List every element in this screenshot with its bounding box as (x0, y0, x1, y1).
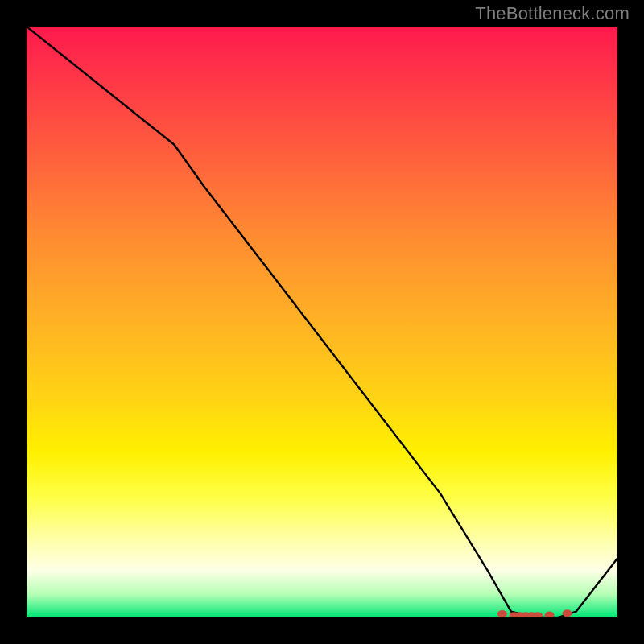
watermark-text: TheBottleneck.com (475, 3, 630, 24)
marker-dot (545, 612, 555, 617)
chart-frame: TheBottleneck.com (0, 0, 644, 644)
curve-line (27, 27, 617, 617)
marker-dot (497, 610, 507, 617)
marker-dot (563, 609, 572, 617)
chart-overlay (27, 27, 617, 617)
